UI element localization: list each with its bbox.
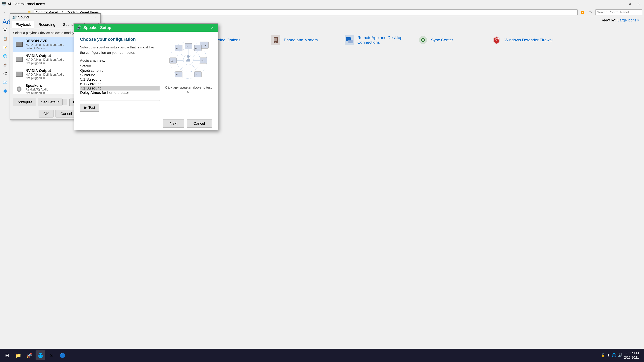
device-icon-speakers bbox=[15, 85, 23, 93]
view-by-value[interactable]: Large icons ▾ bbox=[617, 18, 639, 22]
view-by-label: View by: bbox=[602, 18, 616, 22]
tab-playback[interactable]: Playback bbox=[12, 21, 34, 28]
taskbar-file-explorer[interactable]: 📁 bbox=[14, 351, 23, 360]
channel-5-1-a[interactable]: 5.1 Surround bbox=[80, 77, 160, 82]
svg-rect-25 bbox=[348, 40, 353, 43]
svg-point-21 bbox=[275, 42, 276, 43]
next-button[interactable]: Next bbox=[163, 119, 184, 128]
device-icon-nvidia-2 bbox=[15, 70, 23, 78]
set-default-button-group: Set Default ▾ bbox=[38, 98, 68, 106]
start-button[interactable]: ⊞ bbox=[2, 350, 12, 360]
svg-line-60 bbox=[179, 51, 183, 57]
test-button[interactable]: ▶ Test bbox=[80, 104, 99, 112]
speaker-fc[interactable]: FC bbox=[185, 43, 192, 49]
sidebar-icon-8: 🔷 bbox=[2, 88, 8, 94]
cancel-button[interactable]: Cancel bbox=[56, 110, 77, 117]
speaker-setup-title-bar: 🔊 Speaker Setup ✕ bbox=[74, 24, 218, 32]
speaker-heading: Choose your configuration bbox=[80, 37, 160, 42]
channel-dolby-atmos[interactable]: Dolby Atmos for home theater bbox=[80, 90, 160, 95]
channel-list[interactable]: Stereo Quadraphonic Surround 5.1 Surroun… bbox=[80, 64, 160, 101]
speaker-footer: Next Cancel bbox=[74, 117, 218, 130]
tab-recording[interactable]: Recording bbox=[35, 21, 59, 28]
taskbar-app-5[interactable]: 🔵 bbox=[58, 351, 68, 360]
sidebar-icon-7: 📧 bbox=[2, 79, 8, 85]
svg-text:FC: FC bbox=[186, 45, 188, 48]
channel-quadraphonic[interactable]: Quadraphonic bbox=[80, 68, 160, 73]
speaker-cancel-button[interactable]: Cancel bbox=[187, 119, 212, 128]
tray-icon-4: 🔊 bbox=[618, 353, 622, 358]
title-bar-left: 🖥️ All Control Panel Items bbox=[2, 2, 45, 6]
sound-dialog-title: Sound bbox=[18, 15, 29, 19]
grid-item-defender[interactable]: 🛡 Windows Defender Firewall bbox=[488, 32, 560, 48]
search-icon-addr: 🔽 bbox=[579, 9, 586, 15]
svg-text:FR: FR bbox=[195, 47, 198, 49]
speaker-rl[interactable]: RL bbox=[175, 71, 182, 77]
svg-text:SL: SL bbox=[171, 60, 173, 62]
back-button[interactable]: ‹ bbox=[2, 9, 8, 15]
speaker-rr[interactable]: RR bbox=[194, 71, 202, 77]
svg-line-62 bbox=[193, 51, 198, 57]
taskbar-icons: 📁 🚀 🌐 ✉ 🔵 bbox=[14, 351, 68, 360]
sound-dialog-title-bar: 🔊 Sound ✕ bbox=[10, 13, 100, 21]
phone-modem-label: Phone and Modem bbox=[284, 38, 318, 42]
speaker-right: Sub FL FC FR bbox=[165, 37, 212, 112]
svg-rect-20 bbox=[274, 38, 277, 41]
svg-text:RL: RL bbox=[176, 74, 178, 76]
set-default-button[interactable]: Set Default bbox=[38, 98, 62, 106]
ok-button[interactable]: OK bbox=[38, 110, 54, 117]
sync-center-icon bbox=[418, 35, 428, 45]
phone-modem-icon bbox=[270, 35, 281, 45]
search-box[interactable]: Search Control Panel bbox=[595, 9, 642, 15]
speaker-title-label: Speaker Setup bbox=[83, 25, 111, 30]
set-default-arrow-button[interactable]: ▾ bbox=[62, 99, 68, 105]
channel-surround[interactable]: Surround bbox=[80, 73, 160, 77]
sidebar-icon-5: ☕ bbox=[2, 62, 8, 68]
svg-rect-31 bbox=[16, 42, 22, 46]
speaker-body: Choose your configuration Select the spe… bbox=[74, 32, 218, 117]
svg-line-65 bbox=[179, 65, 185, 71]
taskbar-tray: 🔒 ⬆ 🌐 🔊 6:17 PM 2/15/2021 bbox=[601, 351, 642, 360]
svg-text:SR: SR bbox=[202, 60, 204, 62]
channel-stereo[interactable]: Stereo bbox=[80, 64, 160, 68]
tray-icon-3: 🌐 bbox=[612, 353, 616, 358]
taskbar-app-2[interactable]: 🚀 bbox=[24, 351, 34, 360]
remoteapp-label: RemoteApp and Desktop Connections bbox=[358, 35, 410, 45]
speaker-fr[interactable]: FR bbox=[194, 45, 202, 51]
control-panel-icon: 🖥️ bbox=[2, 2, 6, 6]
grid-item-remoteapp[interactable]: RemoteApp and Desktop Connections bbox=[341, 32, 413, 48]
sound-dialog-close[interactable]: ✕ bbox=[92, 15, 98, 19]
channel-5-1-b[interactable]: 5.1 Surround bbox=[80, 82, 160, 86]
configure-button[interactable]: Configure bbox=[13, 98, 36, 106]
device-icon-nvidia-1 bbox=[15, 55, 23, 63]
svg-point-51 bbox=[187, 55, 190, 58]
speaker-setup-dialog: 🔊 Speaker Setup ✕ Choose your configurat… bbox=[74, 23, 218, 130]
tray-icon-1: 🔒 bbox=[601, 353, 605, 358]
close-button[interactable]: ✕ bbox=[634, 1, 642, 7]
speaker-fl[interactable]: FL bbox=[175, 45, 182, 51]
minimize-button[interactable]: ─ bbox=[618, 1, 626, 7]
search-placeholder: Search Control Panel bbox=[597, 10, 629, 14]
grid-item-sync-center[interactable]: Sync Center bbox=[415, 32, 487, 48]
speaker-sr[interactable]: SR bbox=[200, 58, 207, 63]
speaker-close-button[interactable]: ✕ bbox=[209, 25, 215, 30]
sidebar-icon-1: 🖼 bbox=[2, 27, 8, 33]
refresh-button[interactable]: ↻ bbox=[587, 9, 594, 15]
svg-text:Sub: Sub bbox=[203, 44, 207, 46]
taskbar-browser[interactable]: 🌐 bbox=[36, 351, 45, 360]
sound-dialog-title-left: 🔊 Sound bbox=[12, 15, 29, 19]
window-title: All Control Panel Items bbox=[8, 2, 45, 6]
address-path[interactable]: Control Panel › All Control Panel Items bbox=[34, 9, 578, 15]
speaker-sl[interactable]: SL bbox=[170, 58, 176, 63]
tray-icon-2: ⬆ bbox=[607, 353, 610, 358]
speaker-hint: Click any speaker above to test it. bbox=[165, 86, 212, 93]
svg-rect-33 bbox=[16, 57, 22, 61]
device-icon-denon bbox=[15, 40, 23, 48]
grid-item-phone-modem[interactable]: Phone and Modem bbox=[268, 32, 340, 48]
sound-dialog-icon: 🔊 bbox=[12, 15, 17, 19]
speaker-diagram: Sub FL FC FR bbox=[165, 37, 212, 84]
taskbar-time[interactable]: 6:17 PM 2/15/2021 bbox=[624, 351, 639, 360]
play-icon: ▶ bbox=[84, 105, 87, 110]
taskbar-mail[interactable]: ✉ bbox=[46, 351, 56, 360]
channel-7-1[interactable]: 7.1 Surround bbox=[80, 86, 160, 90]
restore-button[interactable]: ⧉ bbox=[626, 1, 634, 7]
